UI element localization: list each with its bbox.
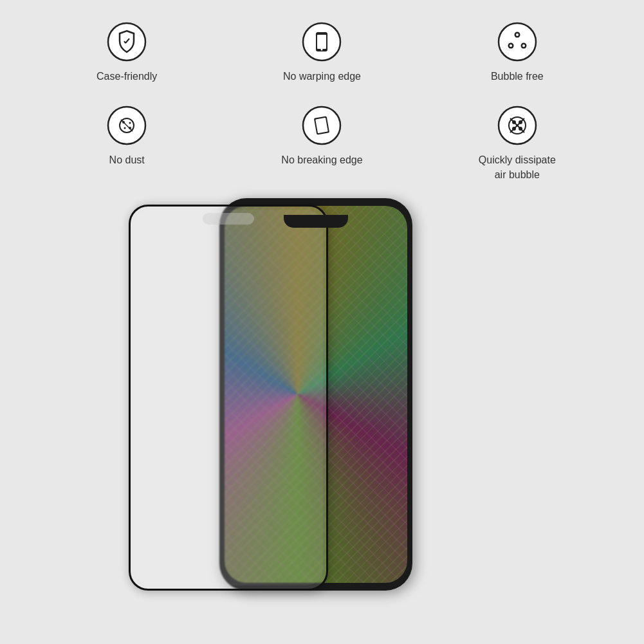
case-friendly-icon [104,19,149,64]
protector-notch [203,213,254,225]
feature-quickly-dissipate: Quickly dissipateair bubble [423,97,611,189]
product-image-section [0,198,644,597]
no-dust-icon [104,103,149,148]
feature-case-friendly: Case-friendly [33,13,221,90]
svg-point-12 [510,44,512,47]
feature-no-dust-label: No dust [109,153,145,167]
phone-notch [284,215,348,228]
svg-point-6 [321,49,323,51]
feature-bubble-free-label: Bubble free [491,69,544,84]
svg-point-11 [516,33,519,36]
svg-rect-5 [317,35,326,49]
bubble-free-icon [495,19,540,64]
no-warping-icon [299,19,344,64]
no-breaking-icon [299,103,344,148]
feature-no-warping-label: No warping edge [283,69,361,84]
feature-no-breaking: No breaking edge [228,97,416,189]
feature-no-warping: No warping edge [228,13,416,90]
feature-case-friendly-label: Case-friendly [97,69,157,84]
screen-protector [129,205,328,591]
feature-bubble-free: Bubble free [423,13,611,90]
feature-no-dust: No dust [33,97,221,189]
feature-dissipate-label: Quickly dissipateair bubble [479,153,556,182]
protector-inner [134,210,323,585]
svg-point-18 [124,127,126,129]
feature-no-breaking-label: No breaking edge [281,153,362,167]
svg-point-7 [499,23,536,60]
svg-point-17 [129,122,131,124]
svg-point-13 [522,44,525,47]
dissipate-icon [495,103,540,148]
features-grid: Case-friendly No warping edge [33,13,612,189]
